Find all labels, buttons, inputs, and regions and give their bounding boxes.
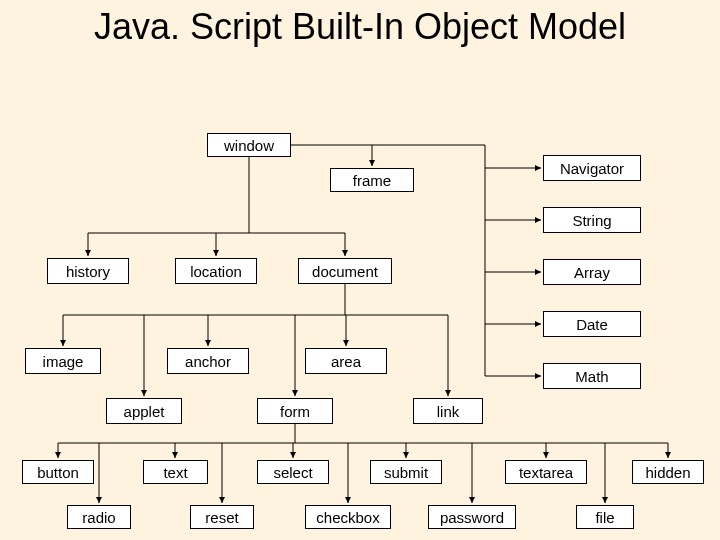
node-window: window [207,133,291,157]
node-anchor: anchor [167,348,249,374]
diagram-title: Java. Script Built-In Object Model [0,6,720,47]
node-radio: radio [67,505,131,529]
node-submit: submit [370,460,442,484]
node-string: String [543,207,641,233]
node-checkbox: checkbox [305,505,391,529]
node-navigator: Navigator [543,155,641,181]
node-frame: frame [330,168,414,192]
node-text: text [143,460,208,484]
node-file: file [576,505,634,529]
node-password: password [428,505,516,529]
node-select: select [257,460,329,484]
node-area: area [305,348,387,374]
node-array: Array [543,259,641,285]
node-math: Math [543,363,641,389]
node-hidden: hidden [632,460,704,484]
node-form: form [257,398,333,424]
node-location: location [175,258,257,284]
node-reset: reset [190,505,254,529]
node-history: history [47,258,129,284]
node-date: Date [543,311,641,337]
node-document: document [298,258,392,284]
node-applet: applet [106,398,182,424]
node-image: image [25,348,101,374]
node-button: button [22,460,94,484]
node-textarea: textarea [505,460,587,484]
node-link: link [413,398,483,424]
